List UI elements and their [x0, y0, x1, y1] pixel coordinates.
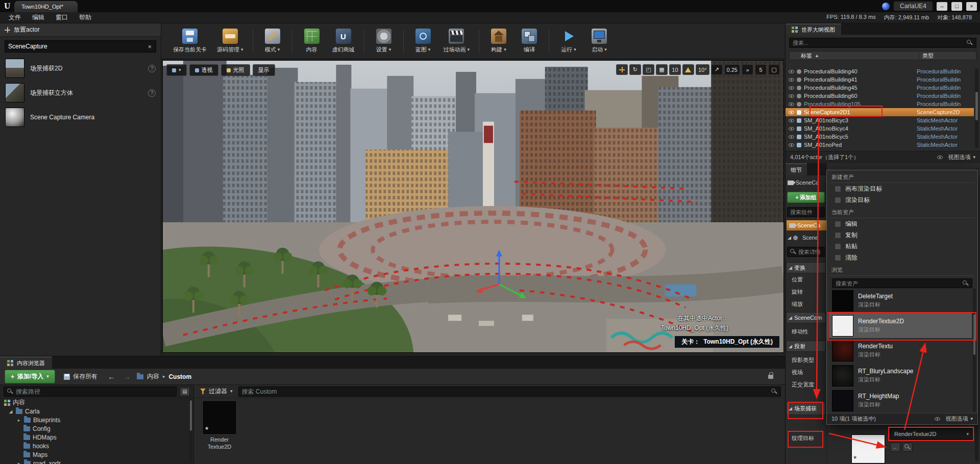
tree-item-hooks[interactable]: hooks — [0, 442, 193, 450]
search-details-input[interactable] — [798, 249, 822, 255]
column-label[interactable]: 标签 ▲ — [790, 52, 919, 60]
search-assets-input[interactable] — [242, 388, 769, 395]
viewport-3d[interactable]: ▾ 透视 光照 显示 ↻ ◰ ▦ 10 10° ↗ 0.25 » 5 ▢ 在其中… — [162, 60, 784, 353]
sources-toggle-button[interactable]: ▤ — [180, 387, 190, 396]
search-paths-box[interactable] — [4, 386, 177, 397]
tree-item-content[interactable]: 内容 — [0, 398, 193, 407]
outliner-row-selected[interactable]: SceneCapture2D1SceneCapture2D — [786, 108, 974, 116]
rotate-tool-button[interactable]: ↻ — [629, 64, 641, 75]
blueprints-button[interactable]: 蓝图▾ — [408, 27, 438, 56]
content-browser-tab[interactable]: 内容浏览器 — [0, 356, 52, 369]
column-type[interactable]: 类型 — [919, 52, 976, 60]
lit-mode-button[interactable]: 光照 — [221, 64, 250, 76]
asset-row-deletetarget[interactable]: DeleteTarget渲染目标 — [829, 288, 972, 313]
add-component-button[interactable]: +添加组 — [787, 192, 825, 203]
grid-snap-toggle[interactable]: ▦ — [656, 64, 668, 75]
asset-list-scrollbar[interactable] — [973, 289, 976, 412]
visibility-eye-icon[interactable] — [789, 127, 794, 131]
outliner-row[interactable]: ProceduralBuilding105ProceduralBuildin — [786, 100, 974, 108]
texture-target-combobox[interactable]: RenderTextue2D ▾ — [890, 428, 973, 440]
content-button[interactable]: 内容 — [297, 27, 327, 56]
place-item-scenecapture-cube[interactable]: 场景捕获立方体 ? — [0, 81, 161, 105]
search-assets-box[interactable] — [238, 386, 781, 397]
search-components-box[interactable] — [787, 207, 825, 217]
section-scene-capture[interactable]: ◢场景捕获 — [786, 402, 826, 415]
lock-icon[interactable] — [768, 375, 773, 379]
menu-item-edit[interactable]: 编辑 — [827, 218, 977, 229]
help-icon[interactable]: ? — [148, 65, 156, 72]
filters-button[interactable]: 过滤器 ▾ — [198, 386, 235, 397]
outliner-row[interactable]: ProceduralBuilding40ProceduralBuildin — [786, 67, 974, 75]
tree-scrollbar[interactable] — [189, 399, 192, 462]
back-icon[interactable]: ← — [106, 372, 117, 381]
tree-item-config[interactable]: Config — [0, 424, 193, 433]
play-button[interactable]: 运行▾ — [554, 27, 583, 56]
place-actors-search-input[interactable] — [8, 43, 144, 50]
details-tab[interactable]: 细节 — [786, 163, 807, 175]
outliner-row[interactable]: ProceduralBuilding60ProceduralBuildin — [786, 92, 974, 100]
menu-item-clear[interactable]: 清除 — [827, 252, 977, 263]
launch-button[interactable]: 启动▾ — [584, 27, 614, 56]
menu-help[interactable]: 帮助 — [74, 12, 97, 23]
visibility-eye-icon[interactable] — [789, 119, 794, 122]
expanded-icon[interactable]: ◢ — [8, 409, 13, 414]
asset-row-rt-heightmap[interactable]: RT_HeightMap渲染目标 — [829, 388, 972, 413]
compile-button[interactable]: 编译 — [514, 27, 544, 56]
section-scene-component[interactable]: ◢SceneCom — [786, 312, 826, 323]
save-level-button[interactable]: 保存当前关卡 — [168, 27, 211, 56]
help-icon[interactable]: ? — [148, 89, 156, 97]
tree-item-maps[interactable]: Maps — [0, 450, 193, 459]
place-item-scenecapture2d[interactable]: 场景捕获2D ? — [0, 56, 161, 81]
maximize-viewport-button[interactable]: ▢ — [768, 64, 780, 75]
clear-search-icon[interactable]: × — [146, 43, 153, 50]
tree-item-road-xodr[interactable]: ▸ road_xodr — [0, 459, 193, 464]
asset-search-box[interactable] — [832, 278, 972, 288]
tree-item-hdmaps[interactable]: HDMaps — [0, 433, 193, 442]
outliner-row[interactable]: SM_A01noPedStaticMeshActor — [786, 141, 974, 149]
menu-edit[interactable]: 编辑 — [27, 12, 50, 23]
rotation-snap-value[interactable]: 10° — [696, 64, 709, 75]
visibility-eye-icon[interactable] — [789, 102, 794, 106]
use-selected-asset-button[interactable]: ← — [890, 443, 900, 452]
viewport-options-button[interactable]: ▾ — [166, 64, 187, 76]
outliner-row[interactable]: SM_A01noBicyc3StaticMeshActor — [786, 116, 974, 124]
visibility-eye-icon[interactable] — [789, 135, 794, 139]
camera-speed-button[interactable]: » — [742, 64, 753, 75]
menu-file[interactable]: 文件 — [3, 12, 27, 23]
menu-window[interactable]: 窗口 — [50, 12, 74, 23]
show-flags-button[interactable]: 显示 — [253, 64, 275, 76]
asset-tile-rendertextue2d[interactable]: Render Textue2D — [201, 401, 238, 451]
visibility-eye-icon[interactable] — [789, 70, 794, 73]
component-root-selected[interactable]: SceneCa — [787, 220, 826, 230]
outliner-scrollbar[interactable] — [975, 68, 978, 148]
section-projection[interactable]: ◢投射 — [786, 341, 826, 352]
place-actors-search[interactable]: × — [5, 40, 156, 53]
outliner-row[interactable]: SM_A01noBicyc5StaticMeshActor — [786, 133, 974, 141]
asset-row-rendertextue2d-selected[interactable]: RenderTextue2D渲染目标 — [829, 313, 972, 338]
menu-item-canvas-render-target[interactable]: 画布渲染目标 — [827, 183, 977, 194]
cinematics-button[interactable]: 过场动画▾ — [439, 27, 475, 56]
level-tab[interactable]: Town10HD_Opt* — [14, 1, 78, 12]
collapsed-icon[interactable]: ▸ — [16, 418, 21, 423]
outliner-search-input[interactable] — [793, 40, 964, 46]
menu-item-paste[interactable]: 粘贴 — [827, 241, 977, 252]
add-import-button[interactable]: + 添加/导入 ▾ — [5, 370, 55, 383]
menu-item-copy[interactable]: 复制 — [827, 229, 977, 241]
build-button[interactable]: 构建▾ — [484, 27, 513, 56]
place-item-scene-capture-camera[interactable]: Scene Capture Camera — [0, 105, 161, 130]
outliner-row[interactable]: SM_A01noBicyc4StaticMeshActor — [786, 124, 974, 133]
search-components-input[interactable] — [790, 209, 822, 215]
source-control-button[interactable]: 源码管理▾ — [212, 27, 248, 56]
search-details-box[interactable] — [787, 247, 825, 257]
visibility-eye-icon[interactable] — [789, 86, 794, 90]
scale-snap-value[interactable]: 0.25 — [724, 64, 740, 75]
translate-tool-button[interactable] — [616, 64, 628, 75]
browse-to-asset-button[interactable] — [902, 443, 913, 452]
close-button[interactable]: × — [966, 2, 977, 11]
breadcrumb-current[interactable]: Custom — [168, 373, 191, 380]
save-all-button[interactable]: 保存所有 — [60, 370, 102, 383]
asset-row-rt-blurylandscape[interactable]: RT_BluryLandscape渲染目标 — [829, 363, 972, 388]
scale-tool-button[interactable]: ◰ — [643, 64, 654, 75]
perspective-button[interactable]: 透视 — [189, 64, 218, 76]
tree-item-blueprints[interactable]: ▸ Blueprints — [0, 416, 193, 424]
